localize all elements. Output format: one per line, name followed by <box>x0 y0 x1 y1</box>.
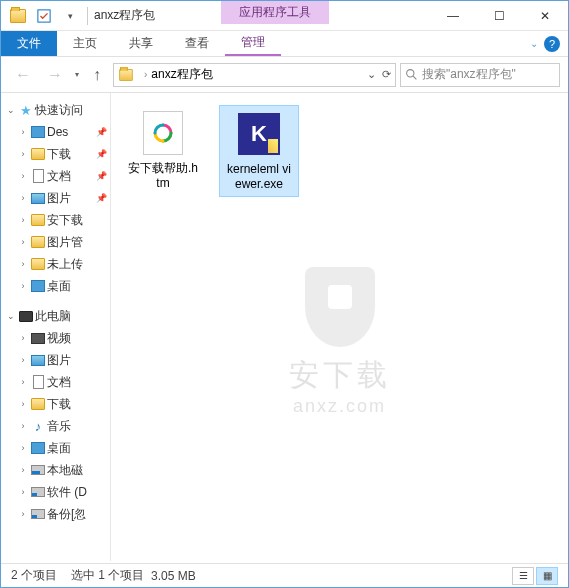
expand-icon[interactable]: › <box>17 215 29 225</box>
window-title: anxz程序包 <box>94 7 155 24</box>
expand-icon[interactable]: › <box>17 421 29 431</box>
pin-icon: 📌 <box>96 171 107 181</box>
sidebar-item-label: Des <box>47 125 68 139</box>
status-item-count: 2 个项目 <box>11 567 57 584</box>
refresh-icon[interactable]: ⟳ <box>382 68 391 81</box>
pin-icon: 📌 <box>96 193 107 203</box>
sidebar-item-label: 桌面 <box>47 278 71 295</box>
sidebar-item-label: 安下载 <box>47 212 83 229</box>
expand-icon[interactable]: › <box>17 149 29 159</box>
address-dropdown-icon[interactable]: ⌄ <box>367 68 376 81</box>
file-pane[interactable]: 安下载帮助.htmKkerneleml viewer.exe 安下载 anxz.… <box>111 93 568 561</box>
up-button[interactable]: ↑ <box>85 63 109 87</box>
expand-icon[interactable]: › <box>17 281 29 291</box>
sidebar-item[interactable]: ›文档 <box>1 371 110 393</box>
maximize-button[interactable]: ☐ <box>476 1 522 31</box>
ribbon-tabs: 文件 主页 共享 查看 管理 ⌄ ? <box>1 31 568 57</box>
expand-icon[interactable]: › <box>17 509 29 519</box>
expand-icon[interactable]: › <box>17 377 29 387</box>
navigation-pane: ⌄ ★ 快速访问 ›Des📌›下载📌›文档📌›图片📌›安下载›图片管›未上传›桌… <box>1 93 111 561</box>
sidebar-item[interactable]: ›Des📌 <box>1 121 110 143</box>
expand-icon[interactable]: › <box>17 127 29 137</box>
qat-customize-icon[interactable]: ▾ <box>59 5 81 27</box>
sidebar-item[interactable]: ›未上传 <box>1 253 110 275</box>
folder-icon <box>29 148 47 160</box>
sidebar-item[interactable]: ›桌面 <box>1 437 110 459</box>
diskd-icon <box>29 509 47 519</box>
breadcrumb-current[interactable]: anxz程序包 <box>151 66 212 83</box>
chevron-right-icon: › <box>144 69 147 80</box>
sidebar-item-label: 图片管 <box>47 234 83 251</box>
expand-icon[interactable]: › <box>17 465 29 475</box>
expand-icon[interactable]: › <box>17 171 29 181</box>
expand-icon[interactable]: › <box>17 333 29 343</box>
monitor-icon <box>17 311 35 322</box>
history-dropdown-icon[interactable]: ▾ <box>73 70 81 79</box>
sidebar-item-label: 图片 <box>47 190 71 207</box>
view-tab[interactable]: 查看 <box>169 31 225 56</box>
close-button[interactable]: ✕ <box>522 1 568 31</box>
doc-icon <box>29 375 47 389</box>
star-icon: ★ <box>17 103 35 118</box>
expand-icon[interactable]: › <box>17 193 29 203</box>
sidebar-item[interactable]: ›视频 <box>1 327 110 349</box>
expand-ribbon-icon[interactable]: ⌄ <box>530 38 538 49</box>
expand-icon[interactable]: › <box>17 237 29 247</box>
sidebar-item[interactable]: ›安下载 <box>1 209 110 231</box>
sidebar-item[interactable]: ›图片 <box>1 349 110 371</box>
sidebar-item[interactable]: ›备份[忽 <box>1 503 110 525</box>
sidebar-item[interactable]: ›下载 <box>1 393 110 415</box>
folder-icon <box>29 214 47 226</box>
folder-icon[interactable] <box>7 5 29 27</box>
manage-tab[interactable]: 管理 <box>225 31 281 56</box>
folder-icon <box>29 236 47 248</box>
sidebar-item-label: 桌面 <box>47 440 71 457</box>
sidebar-item[interactable]: ›文档📌 <box>1 165 110 187</box>
address-bar[interactable]: › anxz程序包 ⌄ ⟳ <box>113 63 396 87</box>
sidebar-item[interactable]: ›♪音乐 <box>1 415 110 437</box>
sidebar-item[interactable]: ›下载📌 <box>1 143 110 165</box>
forward-button[interactable]: → <box>41 61 69 89</box>
sidebar-this-pc[interactable]: ⌄ 此电脑 <box>1 305 110 327</box>
expand-icon[interactable]: › <box>17 487 29 497</box>
share-tab[interactable]: 共享 <box>113 31 169 56</box>
search-placeholder: 搜索"anxz程序包" <box>422 66 516 83</box>
sidebar-item[interactable]: ›软件 (D <box>1 481 110 503</box>
sidebar-item-label: 软件 (D <box>47 484 87 501</box>
file-item[interactable]: Kkerneleml viewer.exe <box>219 105 299 197</box>
title-separator <box>87 7 88 25</box>
expand-icon[interactable]: › <box>17 259 29 269</box>
sidebar-item-label: 图片 <box>47 352 71 369</box>
shield-icon <box>305 267 375 347</box>
file-tab[interactable]: 文件 <box>1 31 57 56</box>
minimize-button[interactable]: — <box>430 1 476 31</box>
sidebar-quick-access[interactable]: ⌄ ★ 快速访问 <box>1 99 110 121</box>
properties-icon[interactable] <box>33 5 55 27</box>
sidebar-item-label: 备份[忽 <box>47 506 86 523</box>
icons-view-button[interactable]: ▦ <box>536 567 558 585</box>
htm-file-icon <box>143 111 183 155</box>
collapse-icon[interactable]: ⌄ <box>5 311 17 321</box>
sidebar-item[interactable]: ›桌面 <box>1 275 110 297</box>
back-button[interactable]: ← <box>9 61 37 89</box>
file-name: 安下载帮助.htm <box>127 161 199 191</box>
file-item[interactable]: 安下载帮助.htm <box>123 105 203 195</box>
sidebar-item[interactable]: ›图片📌 <box>1 187 110 209</box>
collapse-icon[interactable]: ⌄ <box>5 105 17 115</box>
home-tab[interactable]: 主页 <box>57 31 113 56</box>
sidebar-item[interactable]: ›本地磁 <box>1 459 110 481</box>
details-view-button[interactable]: ☰ <box>512 567 534 585</box>
context-tab-header: 应用程序工具 <box>221 1 329 24</box>
sidebar-item[interactable]: ›图片管 <box>1 231 110 253</box>
expand-icon[interactable]: › <box>17 355 29 365</box>
exe-file-icon: K <box>238 113 280 155</box>
expand-icon[interactable]: › <box>17 399 29 409</box>
music-icon: ♪ <box>29 419 47 434</box>
file-name: kerneleml viewer.exe <box>224 162 294 192</box>
search-input[interactable]: 搜索"anxz程序包" <box>400 63 560 87</box>
help-icon[interactable]: ? <box>544 36 560 52</box>
expand-icon[interactable]: › <box>17 443 29 453</box>
pic-icon <box>29 193 47 204</box>
quick-access-toolbar: ▾ <box>1 5 81 27</box>
navigation-bar: ← → ▾ ↑ › anxz程序包 ⌄ ⟳ 搜索"anxz程序包" <box>1 57 568 93</box>
